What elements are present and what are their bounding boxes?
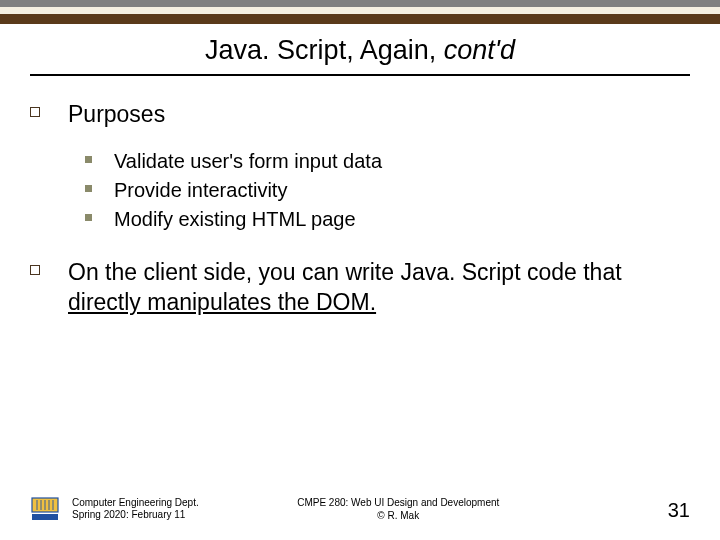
slide-content: Purposes Validate user's form input data…	[30, 100, 690, 328]
open-square-bullet-icon	[30, 265, 40, 275]
title-underline	[30, 74, 690, 76]
svg-rect-1	[32, 514, 58, 520]
sub-bullet-text: Modify existing HTML page	[114, 206, 356, 232]
bullet-level2: Provide interactivity	[85, 177, 690, 203]
sub-bullet-list: Validate user's form input data Provide …	[85, 148, 690, 232]
top-band-maroon	[0, 14, 720, 24]
sjsu-logo-icon	[30, 496, 60, 522]
filled-square-bullet-icon	[85, 156, 92, 163]
title-text-italic: cont'd	[444, 35, 515, 65]
bullet-text: On the client side, you can write Java. …	[68, 258, 690, 318]
footer-center-text: CMPE 280: Web UI Design and Development …	[129, 497, 668, 522]
filled-square-bullet-icon	[85, 214, 92, 221]
bullet-level2: Modify existing HTML page	[85, 206, 690, 232]
bullet-text-underlined: directly manipulates the DOM.	[68, 289, 376, 315]
title-text: Java. Script, Again,	[205, 35, 444, 65]
slide-title: Java. Script, Again, cont'd	[0, 35, 720, 66]
bullet-text-pre: On the client side, you can write Java. …	[68, 259, 622, 285]
bullet-level1: Purposes	[30, 100, 690, 130]
bullet-level2: Validate user's form input data	[85, 148, 690, 174]
bullet-level1: On the client side, you can write Java. …	[30, 258, 690, 318]
slide-footer: Computer Engineering Dept. Spring 2020: …	[30, 496, 690, 522]
sub-bullet-text: Validate user's form input data	[114, 148, 382, 174]
top-band-gray	[0, 0, 720, 7]
sub-bullet-text: Provide interactivity	[114, 177, 287, 203]
filled-square-bullet-icon	[85, 185, 92, 192]
page-number: 31	[668, 499, 690, 522]
bullet-text: Purposes	[68, 100, 165, 130]
open-square-bullet-icon	[30, 107, 40, 117]
top-band-ivory	[0, 7, 720, 14]
